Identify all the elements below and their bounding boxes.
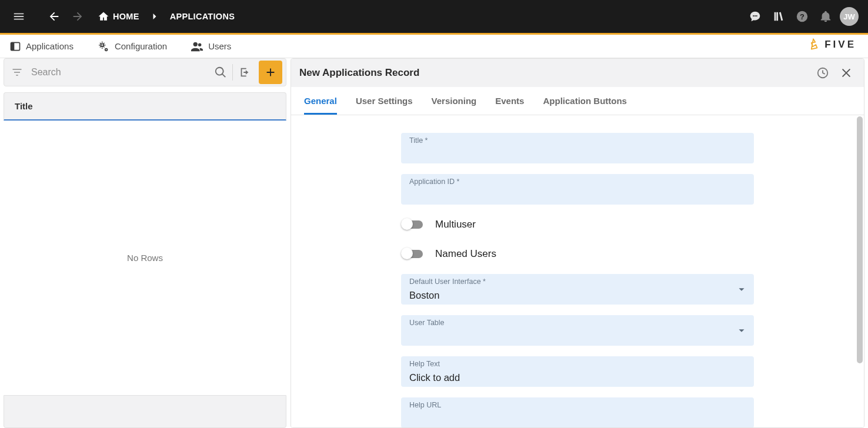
breadcrumb-current-label: APPLICATIONS	[170, 12, 235, 21]
list-body: No Rows	[4, 121, 286, 395]
svg-point-2	[756, 15, 757, 16]
brand-logo: FIVE	[806, 37, 856, 52]
list-footer	[4, 395, 286, 428]
multiuser-toggle[interactable]	[402, 219, 423, 230]
close-button[interactable]	[834, 61, 858, 85]
field-title[interactable]: Title *	[401, 133, 754, 163]
field-application-id-label: Application ID *	[409, 178, 459, 186]
search-icon	[214, 66, 227, 79]
search-input[interactable]	[30, 66, 209, 78]
multiuser-label: Multiuser	[435, 219, 476, 230]
field-title-label: Title *	[409, 136, 428, 145]
field-multiuser: Multiuser	[401, 215, 754, 234]
field-help-url-label: Help URL	[409, 401, 441, 409]
expand-default-ui[interactable]	[735, 283, 748, 296]
expand-user-table[interactable]	[735, 324, 748, 337]
subnav-applications[interactable]: Applications	[9, 41, 74, 52]
breadcrumb-applications[interactable]: APPLICATIONS	[166, 5, 238, 28]
five-logo-icon	[806, 37, 821, 52]
subnav-configuration[interactable]: Configuration	[97, 40, 167, 53]
field-help-text[interactable]: Help Text Click to add	[401, 356, 754, 387]
tab-application-buttons-label: Application Buttons	[543, 96, 627, 106]
form-body: Title * Application ID * Multiuser	[291, 115, 864, 427]
svg-point-8	[198, 43, 202, 46]
subnav-applications-label: Applications	[26, 41, 74, 51]
notifications-button[interactable]	[814, 5, 837, 28]
list-column-title: Title	[15, 101, 33, 111]
breadcrumb-home[interactable]: HOME	[94, 5, 143, 28]
app-bar: HOME APPLICATIONS ? JW	[0, 0, 868, 33]
help-icon: ?	[796, 10, 809, 23]
breadcrumb: HOME APPLICATIONS	[94, 5, 238, 28]
field-user-table-label: User Table	[409, 319, 445, 327]
user-avatar[interactable]: JW	[840, 7, 859, 26]
workspace: Title No Rows New Applications Record G	[0, 58, 868, 428]
field-application-id[interactable]: Application ID *	[401, 174, 754, 205]
history-icon	[816, 66, 829, 79]
search-button[interactable]	[209, 61, 232, 84]
nav-forward-button[interactable]	[66, 5, 89, 28]
gears-icon	[97, 40, 110, 53]
field-user-table-value	[409, 329, 746, 342]
field-application-id-value	[409, 188, 746, 201]
books-icon	[772, 10, 785, 23]
breadcrumb-separator	[145, 5, 164, 28]
history-button[interactable]	[811, 61, 834, 85]
bell-icon	[819, 10, 832, 23]
subnav-users[interactable]: Users	[191, 40, 231, 53]
form-header: New Applications Record	[291, 59, 864, 87]
chat-icon	[749, 10, 762, 23]
field-title-value	[409, 147, 746, 160]
library-button[interactable]	[767, 5, 790, 28]
add-record-button[interactable]	[259, 61, 282, 84]
subnav-users-label: Users	[208, 41, 231, 51]
tab-application-buttons[interactable]: Application Buttons	[543, 87, 627, 115]
field-help-url[interactable]: Help URL	[401, 397, 754, 427]
chevron-right-icon	[149, 11, 161, 22]
svg-point-1	[755, 15, 756, 16]
field-help-url-value	[409, 412, 746, 424]
svg-text:?: ?	[800, 12, 804, 21]
list-header[interactable]: Title	[4, 92, 286, 121]
tab-general[interactable]: General	[304, 87, 337, 115]
field-user-table[interactable]: User Table	[401, 315, 754, 346]
field-default-ui[interactable]: Default User Interface * Boston	[401, 274, 754, 305]
named-users-toggle[interactable]	[402, 248, 423, 260]
named-users-label: Named Users	[435, 248, 496, 260]
tab-events[interactable]: Events	[495, 87, 524, 115]
filter-icon[interactable]	[11, 66, 23, 78]
svg-point-0	[753, 15, 754, 16]
menu-icon	[12, 10, 25, 23]
users-icon	[191, 40, 203, 53]
sub-nav-bar: Applications Configuration Users FIVE	[0, 35, 868, 58]
field-named-users: Named Users	[401, 245, 754, 263]
brand-text: FIVE	[824, 39, 856, 51]
arrow-back-icon	[48, 10, 61, 23]
subnav-configuration-label: Configuration	[115, 41, 167, 51]
chevron-down-icon	[735, 283, 748, 296]
breadcrumb-home-label: HOME	[113, 12, 139, 21]
list-empty-text: No Rows	[127, 253, 163, 263]
svg-rect-6	[11, 42, 15, 50]
import-button[interactable]	[233, 61, 256, 84]
form-title: New Applications Record	[299, 67, 419, 79]
tab-events-label: Events	[495, 96, 524, 106]
import-icon	[238, 66, 251, 79]
avatar-initials: JW	[843, 12, 855, 21]
arrow-forward-icon	[71, 10, 84, 23]
tab-general-label: General	[304, 96, 337, 106]
right-panel: New Applications Record General User Set…	[291, 58, 868, 428]
help-button[interactable]: ?	[790, 5, 814, 28]
tab-user-settings[interactable]: User Settings	[356, 87, 413, 115]
tab-versioning[interactable]: Versioning	[432, 87, 477, 115]
chat-button[interactable]	[743, 5, 767, 28]
form-tabs: General User Settings Versioning Events …	[291, 87, 864, 115]
left-panel: Title No Rows	[0, 58, 291, 428]
svg-point-7	[193, 42, 198, 46]
plus-icon	[264, 66, 277, 79]
hamburger-menu-button[interactable]	[7, 5, 31, 28]
field-help-text-label: Help Text	[409, 360, 440, 368]
tab-user-settings-label: User Settings	[356, 96, 413, 106]
field-default-ui-label: Default User Interface *	[409, 277, 486, 286]
nav-back-button[interactable]	[42, 5, 66, 28]
